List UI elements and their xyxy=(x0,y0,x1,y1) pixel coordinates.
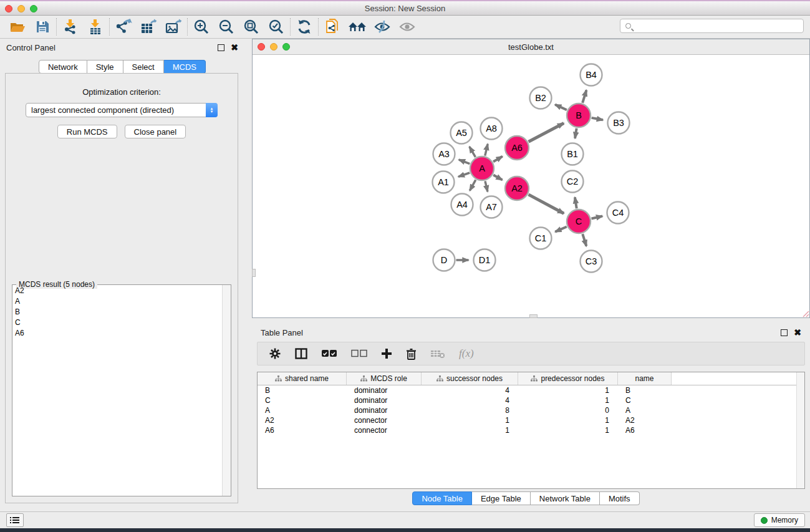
bottom-grip-handle[interactable] xyxy=(529,314,538,318)
tab-edge-table[interactable]: Edge Table xyxy=(472,491,531,505)
column-header-successor-nodes[interactable]: successor nodes xyxy=(422,372,518,385)
function-builder-button[interactable]: f(x) xyxy=(459,347,474,360)
zoom-selected-button[interactable] xyxy=(264,17,289,37)
save-session-button[interactable] xyxy=(30,17,55,37)
node-B1[interactable]: B1 xyxy=(562,143,584,165)
task-history-button[interactable] xyxy=(6,513,24,527)
export-network-button[interactable] xyxy=(111,17,136,37)
column-header-name[interactable]: name xyxy=(618,372,672,385)
tab-mcds[interactable]: MCDS xyxy=(164,60,206,74)
table-close-panel-icon[interactable]: ✖ xyxy=(794,329,801,336)
network-close-button[interactable] xyxy=(258,43,265,51)
edge-A2-C[interactable] xyxy=(529,195,564,213)
node-A1[interactable]: A1 xyxy=(433,172,455,193)
node-A6[interactable]: A6 xyxy=(505,136,529,160)
node-D[interactable]: D xyxy=(433,249,455,271)
zoom-window-button[interactable] xyxy=(30,5,37,12)
result-scrollbar[interactable] xyxy=(222,285,231,496)
edge-A-A7[interactable] xyxy=(485,181,488,191)
node-A5[interactable]: A5 xyxy=(451,122,473,144)
network-minimize-button[interactable] xyxy=(270,43,277,51)
table-scrollbar[interactable] xyxy=(796,372,804,488)
node-C3[interactable]: C3 xyxy=(581,251,602,273)
float-panel-icon[interactable] xyxy=(218,44,224,51)
edge-A-A8[interactable] xyxy=(485,144,488,156)
edge-C-C3[interactable] xyxy=(582,234,586,246)
node-B4[interactable]: B4 xyxy=(581,64,602,86)
apply-layout-button[interactable] xyxy=(292,17,317,37)
delete-column-button[interactable] xyxy=(406,348,417,360)
hide-selected-button[interactable] xyxy=(370,17,395,37)
edge-B-B1[interactable] xyxy=(575,128,577,138)
result-item[interactable]: A xyxy=(12,296,222,307)
node-C4[interactable]: C4 xyxy=(607,202,629,224)
edge-C-C1[interactable] xyxy=(555,226,566,231)
resize-corner-icon[interactable] xyxy=(802,310,809,317)
select-all-button[interactable] xyxy=(321,349,337,358)
mcds-result-list[interactable]: A2ABCA6 xyxy=(12,286,222,496)
result-item[interactable]: A6 xyxy=(12,328,222,339)
node-B3[interactable]: B3 xyxy=(608,112,630,134)
run-mcds-button[interactable]: Run MCDS xyxy=(57,125,117,138)
node-A4[interactable]: A4 xyxy=(451,194,473,216)
memory-button[interactable]: Memory xyxy=(754,513,805,527)
node-A3[interactable]: A3 xyxy=(433,143,455,165)
search-input[interactable] xyxy=(635,21,803,31)
node-D1[interactable]: D1 xyxy=(474,249,496,271)
zoom-fit-button[interactable] xyxy=(239,17,264,37)
import-network-button[interactable] xyxy=(58,17,83,37)
show-all-button[interactable] xyxy=(395,17,420,37)
node-A8[interactable]: A8 xyxy=(481,118,503,140)
node-C[interactable]: C xyxy=(567,210,591,233)
tab-node-table[interactable]: Node Table xyxy=(412,491,472,505)
node-A2[interactable]: A2 xyxy=(505,177,529,200)
optimization-criterion-select[interactable]: largest connected component (directed) ▲… xyxy=(26,103,218,117)
column-header-shared-name[interactable]: shared name xyxy=(258,372,347,385)
table-float-panel-icon[interactable] xyxy=(781,329,788,336)
network-canvas[interactable]: B4B2BB3A8A5A6A3B1AA1C2A2A4A7C4CC1C3DD1 xyxy=(253,55,809,317)
edge-C-C2[interactable] xyxy=(575,197,577,208)
close-window-button[interactable] xyxy=(5,5,12,12)
delete-table-button[interactable] xyxy=(430,349,445,359)
edge-B-B3[interactable] xyxy=(592,118,603,120)
node-A[interactable]: A xyxy=(470,157,494,180)
table-row[interactable]: A6connector11A6 xyxy=(258,425,804,435)
edge-A-A1[interactable] xyxy=(458,173,470,177)
close-panel-icon[interactable]: ✖ xyxy=(231,44,238,51)
tab-network-table[interactable]: Network Table xyxy=(531,491,600,505)
edge-B-B4[interactable] xyxy=(582,90,586,103)
result-item[interactable]: B xyxy=(12,307,222,317)
export-image-button[interactable] xyxy=(161,17,186,37)
edge-A-A6[interactable] xyxy=(493,157,503,162)
node-B2[interactable]: B2 xyxy=(530,87,552,109)
node-A7[interactable]: A7 xyxy=(481,196,503,218)
open-session-button[interactable] xyxy=(5,17,30,37)
table-row[interactable]: Cdominator41C xyxy=(258,395,804,405)
left-grip-handle[interactable] xyxy=(252,269,256,277)
node-C2[interactable]: C2 xyxy=(562,171,584,193)
result-item[interactable]: C xyxy=(12,317,222,328)
tab-style[interactable]: Style xyxy=(87,60,123,74)
column-header-MCDS-role[interactable]: MCDS role xyxy=(347,372,422,385)
node-B[interactable]: B xyxy=(567,104,591,127)
zoom-out-button[interactable] xyxy=(214,17,239,37)
first-neighbors-button[interactable] xyxy=(345,17,370,37)
edge-A-A4[interactable] xyxy=(470,180,476,190)
edge-A-A2[interactable] xyxy=(493,175,502,180)
minimize-window-button[interactable] xyxy=(17,5,25,12)
node-table[interactable]: shared nameMCDS rolesuccessor nodesprede… xyxy=(257,372,805,489)
tab-motifs[interactable]: Motifs xyxy=(600,491,640,505)
result-item[interactable]: A2 xyxy=(12,286,222,296)
add-column-button[interactable] xyxy=(381,348,392,359)
network-zoom-button[interactable] xyxy=(282,43,290,51)
close-panel-button[interactable]: Close panel xyxy=(125,125,186,138)
tab-network[interactable]: Network xyxy=(39,60,87,74)
zoom-in-button[interactable] xyxy=(189,17,214,37)
edge-C-C4[interactable] xyxy=(591,216,602,219)
export-table-button[interactable] xyxy=(136,17,161,37)
edge-A6-B[interactable] xyxy=(529,123,564,142)
table-options-button[interactable] xyxy=(269,347,281,360)
table-row[interactable]: A2connector11A2 xyxy=(258,415,804,425)
table-row[interactable]: Bdominator41B xyxy=(258,385,804,395)
deselect-all-button[interactable] xyxy=(351,349,367,358)
